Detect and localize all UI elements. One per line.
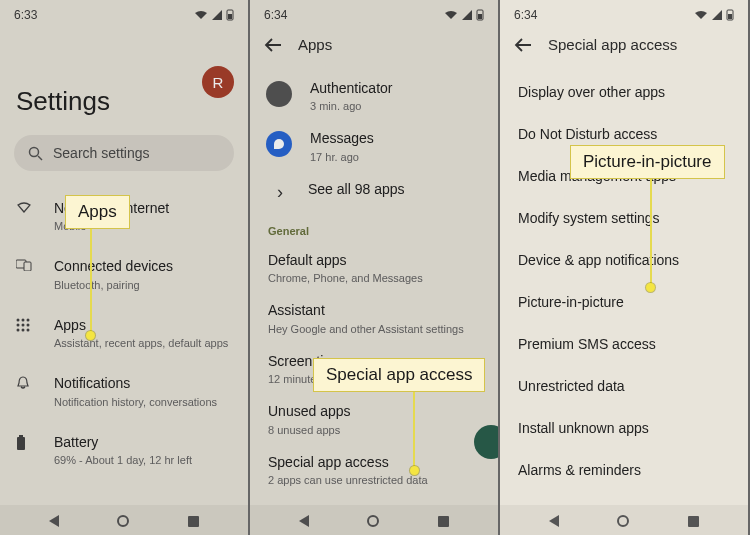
back-button[interactable] bbox=[264, 38, 282, 52]
status-bar: 6:34 bbox=[250, 0, 498, 26]
recent-app-messages[interactable]: Messages 17 hr. ago bbox=[250, 121, 498, 171]
callout-line bbox=[413, 388, 415, 468]
special-item[interactable]: Unrestricted data bbox=[500, 365, 748, 407]
header: Special app access bbox=[500, 26, 748, 71]
battery-icon bbox=[726, 9, 734, 21]
signal-icon bbox=[712, 10, 722, 20]
item-label: Default apps bbox=[268, 251, 482, 269]
header: Apps bbox=[250, 26, 498, 71]
item-label: Apps bbox=[54, 316, 232, 334]
screenshot-apps: 6:34 Apps Authenticator 3 min. ago Messa… bbox=[250, 0, 500, 535]
back-button[interactable] bbox=[514, 38, 532, 52]
highlight-dot bbox=[410, 466, 419, 475]
callout-pip: Picture-in-picture bbox=[570, 145, 725, 179]
svg-rect-20 bbox=[728, 14, 732, 19]
status-time: 6:34 bbox=[264, 8, 287, 22]
item-sub: 3 min. ago bbox=[310, 99, 482, 113]
bell-icon bbox=[16, 376, 36, 390]
highlight-dot bbox=[86, 331, 95, 340]
authenticator-icon bbox=[266, 81, 292, 107]
wifi-icon bbox=[444, 10, 458, 20]
item-label: Assistant bbox=[268, 301, 482, 319]
item-label: Messages bbox=[310, 129, 482, 147]
nav-recent[interactable] bbox=[438, 516, 449, 527]
special-item[interactable]: Alarms & reminders bbox=[500, 449, 748, 491]
messages-icon bbox=[266, 131, 292, 157]
svg-point-14 bbox=[27, 328, 30, 331]
apps-item-unused[interactable]: Unused apps 8 unused apps bbox=[250, 394, 498, 444]
special-content: Display over other apps Do Not Disturb a… bbox=[500, 71, 748, 505]
svg-point-9 bbox=[17, 323, 20, 326]
apps-item-special-access[interactable]: Special app access 2 apps can use unrest… bbox=[250, 445, 498, 495]
status-icons bbox=[444, 9, 484, 21]
svg-rect-5 bbox=[24, 262, 31, 271]
svg-point-7 bbox=[22, 318, 25, 321]
apps-item-default[interactable]: Default apps Chrome, Phone, and Messages bbox=[250, 243, 498, 293]
svg-point-8 bbox=[27, 318, 30, 321]
special-item[interactable]: Premium SMS access bbox=[500, 323, 748, 365]
special-item[interactable]: Modify system settings bbox=[500, 197, 748, 239]
settings-item-connected[interactable]: Connected devices Bluetooth, pairing bbox=[0, 245, 248, 303]
nav-bar bbox=[250, 505, 498, 535]
search-input[interactable]: Search settings bbox=[14, 135, 234, 171]
apps-content: Authenticator 3 min. ago Messages 17 hr.… bbox=[250, 71, 498, 505]
search-placeholder: Search settings bbox=[53, 145, 150, 161]
item-sub: 8 unused apps bbox=[268, 423, 482, 437]
special-item[interactable]: Install unknown apps bbox=[500, 407, 748, 449]
signal-icon bbox=[212, 10, 222, 20]
screenshot-special-access: 6:34 Special app access Display over oth… bbox=[500, 0, 750, 535]
item-sub: 2 apps can use unrestricted data bbox=[268, 473, 482, 487]
recent-app-authenticator[interactable]: Authenticator 3 min. ago bbox=[250, 71, 498, 121]
item-label: Notifications bbox=[54, 374, 232, 392]
item-label: Unused apps bbox=[268, 402, 482, 420]
item-sub: Hey Google and other Assistant settings bbox=[268, 322, 482, 336]
nav-recent[interactable] bbox=[188, 516, 199, 527]
settings-item-notifications[interactable]: Notifications Notification history, conv… bbox=[0, 362, 248, 420]
highlight-dot bbox=[646, 283, 655, 292]
special-item-pip[interactable]: Picture-in-picture bbox=[500, 281, 748, 323]
nav-bar bbox=[0, 505, 248, 535]
nav-home[interactable] bbox=[367, 515, 379, 527]
signal-icon bbox=[462, 10, 472, 20]
wifi-icon bbox=[194, 10, 208, 20]
nav-back[interactable] bbox=[49, 515, 59, 527]
item-sub: 17 hr. ago bbox=[310, 150, 482, 164]
wifi-icon bbox=[694, 10, 708, 20]
apps-item-assistant[interactable]: Assistant Hey Google and other Assistant… bbox=[250, 293, 498, 343]
status-bar: 6:34 bbox=[500, 0, 748, 26]
status-icons bbox=[694, 9, 734, 21]
see-all-apps[interactable]: › See all 98 apps bbox=[250, 172, 498, 211]
nav-back[interactable] bbox=[549, 515, 559, 527]
item-label: Connected devices bbox=[54, 257, 232, 275]
item-sub: Chrome, Phone, and Messages bbox=[268, 271, 482, 285]
chevron-right-icon: › bbox=[270, 182, 290, 203]
item-sub: Bluetooth, pairing bbox=[54, 278, 232, 292]
nav-home[interactable] bbox=[117, 515, 129, 527]
nav-bar bbox=[500, 505, 748, 535]
search-icon bbox=[28, 146, 43, 161]
svg-point-10 bbox=[22, 323, 25, 326]
settings-item-apps[interactable]: Apps Assistant, recent apps, default app… bbox=[0, 304, 248, 362]
special-item[interactable]: Display over other apps bbox=[500, 71, 748, 113]
special-item[interactable]: Usage access bbox=[500, 491, 748, 505]
svg-line-3 bbox=[38, 156, 42, 160]
svg-rect-1 bbox=[228, 14, 232, 19]
svg-point-11 bbox=[27, 323, 30, 326]
svg-rect-15 bbox=[17, 437, 25, 450]
item-sub: Notification history, conversations bbox=[54, 395, 232, 409]
avatar[interactable]: R bbox=[202, 66, 234, 98]
nav-home[interactable] bbox=[617, 515, 629, 527]
svg-rect-18 bbox=[478, 14, 482, 19]
settings-item-battery[interactable]: Battery 69% - About 1 day, 12 hr left bbox=[0, 421, 248, 479]
special-item[interactable]: Device & app notifications bbox=[500, 239, 748, 281]
battery-icon bbox=[476, 9, 484, 21]
header-title: Apps bbox=[298, 36, 332, 53]
battery-icon bbox=[226, 9, 234, 21]
svg-point-6 bbox=[17, 318, 20, 321]
nav-back[interactable] bbox=[299, 515, 309, 527]
screenshot-settings: 6:33 R Settings Search settings Network … bbox=[0, 0, 250, 535]
header-title: Special app access bbox=[548, 36, 677, 53]
item-label: See all 98 apps bbox=[308, 180, 482, 198]
nav-recent[interactable] bbox=[688, 516, 699, 527]
item-label: Authenticator bbox=[310, 79, 482, 97]
